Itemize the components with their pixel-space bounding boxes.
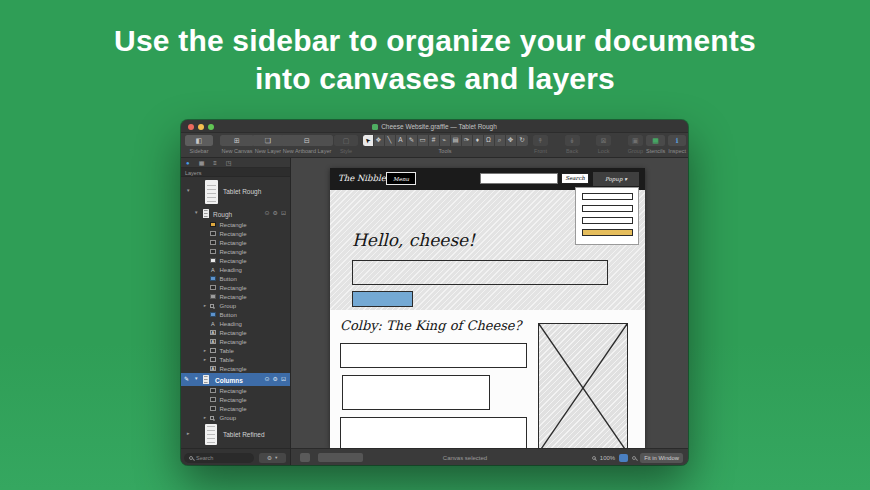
canvas-disclosure-icon[interactable]: ▼ [186, 189, 190, 194]
zoom-tool[interactable]: ⌕ [495, 135, 506, 146]
layer-item-rectangle[interactable]: Rectangle [181, 337, 290, 346]
canvas-item-tablet-refined[interactable]: Tablet Refined [223, 431, 265, 438]
layer-disclosure-icon[interactable]: ▼ [194, 211, 198, 216]
toolbar-new-artboard-layer-button[interactable]: ⊟ New Artboard Layer [281, 135, 333, 154]
layer-item-rectangle[interactable]: Rectangle [181, 229, 290, 238]
shape-tool[interactable]: ❖ [374, 135, 385, 146]
layer-item-rectangle[interactable]: Rectangle [181, 328, 290, 337]
popup-row[interactable] [582, 193, 633, 200]
wireframe-page[interactable]: The Nibbler Menu Search Popup ▾ Hello, c… [330, 168, 645, 448]
layer-item-rectangle[interactable]: Rectangle [181, 220, 290, 229]
wireframe-rectangle[interactable] [340, 417, 527, 448]
wireframe-rectangle[interactable] [342, 375, 490, 410]
artboard-tool[interactable]: ▭ [418, 135, 429, 146]
layer-item-rectangle[interactable]: Rectangle [181, 386, 290, 395]
wireframe-rectangle[interactable] [340, 343, 527, 368]
layer-item-button[interactable]: Button [181, 274, 290, 283]
layer-item-rectangle[interactable]: Rectangle [181, 256, 290, 265]
layer-item-button[interactable]: Button [181, 310, 290, 319]
popup-panel[interactable] [575, 187, 639, 245]
zoom-level[interactable]: 100% [600, 455, 615, 461]
toolbar-lock-button[interactable]: ⊠Lock [596, 135, 611, 154]
diagram-tool[interactable]: ▤ [451, 135, 462, 146]
swatch-gray-icon [210, 294, 216, 300]
wireframe-search-button[interactable]: Search [561, 173, 589, 184]
layer-row-columns[interactable]: ✎ ▼ Columns ⊙ ⚙ ⊡ [181, 373, 290, 386]
sidebar-tab-layers[interactable]: ▦ [199, 160, 205, 166]
wireframe-popup-button[interactable]: Popup ▾ [593, 172, 639, 186]
image-placeholder[interactable] [538, 323, 628, 448]
layer-item-group[interactable]: ►Group [181, 413, 290, 422]
toolbar-inspect-button[interactable]: ℹInspect [668, 135, 686, 154]
zoom-out-icon[interactable] [592, 456, 596, 460]
connection-tool[interactable]: ⌁ [440, 135, 451, 146]
canvas-item-tablet-rough[interactable]: Tablet Rough [223, 188, 261, 195]
visibility-icon[interactable]: ⊙ [265, 210, 270, 216]
fit-in-window-button[interactable]: Fit in Window [640, 453, 683, 463]
line-tool[interactable]: ╲ [385, 135, 396, 146]
layer-item-rectangle[interactable]: Rectangle [181, 292, 290, 301]
artboard-icon[interactable]: ⊡ [281, 376, 286, 382]
layer-item-rectangle[interactable]: Rectangle [181, 247, 290, 256]
layer-item-table[interactable]: ►Table [181, 346, 290, 355]
layer-item-heading[interactable]: Heading [181, 265, 290, 274]
wireframe-section-heading[interactable]: Colby: The King of Cheese? [340, 318, 522, 333]
artboard-icon[interactable]: ⊡ [281, 210, 286, 216]
layer-row-rough[interactable]: ▼ Rough ⊙ ⚙ ⊡ [181, 207, 290, 220]
visibility-icon[interactable]: ⊙ [265, 376, 270, 382]
sidebar-search-input[interactable]: Search [184, 453, 254, 463]
canvas-thumbnail[interactable] [205, 424, 217, 445]
toolbar-sidebar-button[interactable]: ◧ Sidebar [185, 135, 213, 154]
magnet-tool[interactable]: Ω [484, 135, 495, 146]
text-tool[interactable]: A [396, 135, 407, 146]
toolbar-front-button[interactable]: ↟Front [533, 135, 548, 154]
zoom-preset-button[interactable] [619, 454, 628, 462]
settings-icon[interactable]: ⚙ [273, 210, 278, 216]
zoom-in-icon[interactable] [632, 456, 636, 460]
status-page-control[interactable] [318, 453, 363, 462]
toolbar-new-layer-button[interactable]: ❏ New Layer [252, 135, 284, 154]
popup-row[interactable] [582, 205, 633, 212]
layer-item-table[interactable]: ►Table [181, 355, 290, 364]
canvas-thumbnail[interactable] [205, 180, 218, 204]
wireframe-blue-button[interactable] [352, 291, 413, 307]
layer-item-rectangle[interactable]: Rectangle [181, 395, 290, 404]
sidebar-tab-list[interactable]: ≡ [213, 160, 217, 166]
sidebar-tab-contents[interactable]: ◳ [226, 160, 232, 166]
toolbar-group-button[interactable]: ▣Group [628, 135, 643, 154]
disclosure-icon[interactable]: ► [203, 358, 210, 362]
selection-tool[interactable]: ➤ [363, 135, 374, 146]
wireframe-hero-heading[interactable]: Hello, cheese! [352, 230, 475, 250]
toolbar-new-canvas-button[interactable]: ⊞ New Canvas [220, 135, 254, 154]
status-canvas-icon[interactable] [300, 453, 310, 462]
pen-tool[interactable]: ✎ [407, 135, 418, 146]
style-brush-tool[interactable]: ✑ [462, 135, 473, 146]
disclosure-icon[interactable]: ► [203, 349, 210, 353]
toolbar-back-button[interactable]: ↡Back [565, 135, 580, 154]
layer-disclosure-icon[interactable]: ▼ [194, 377, 198, 382]
hand-tool[interactable]: ✥ [506, 135, 517, 146]
layer-item-rectangle[interactable]: Rectangle [181, 238, 290, 247]
popup-row[interactable] [582, 217, 633, 224]
toolbar-stencils-button[interactable]: ▦Stencils [646, 135, 665, 154]
disclosure-icon[interactable]: ► [203, 304, 210, 308]
wireframe-menu-button[interactable]: Menu [386, 172, 416, 185]
wireframe-search-input[interactable] [480, 173, 558, 184]
layer-item-rectangle[interactable]: Rectangle [181, 404, 290, 413]
sidebar-tab-canvases[interactable]: ● [186, 160, 190, 166]
sidebar-action-menu-button[interactable]: ⚙ ▼ [259, 453, 286, 463]
wireframe-rectangle[interactable] [352, 260, 608, 285]
disclosure-icon[interactable]: ► [203, 416, 210, 420]
layer-item-rectangle[interactable]: Rectangle [181, 283, 290, 292]
wireframe-brand[interactable]: The Nibbler [338, 173, 390, 183]
toolbar-style-button[interactable]: ▢ Style [334, 135, 358, 154]
pattern-tool[interactable]: # [429, 135, 440, 146]
settings-icon[interactable]: ⚙ [273, 376, 278, 382]
layer-item-group[interactable]: ►Group [181, 301, 290, 310]
popup-row-highlighted[interactable] [582, 229, 633, 236]
layer-item-rectangle[interactable]: Rectangle [181, 364, 290, 373]
canvas-disclosure-icon[interactable]: ► [186, 432, 190, 437]
rubber-stamp-tool[interactable]: ♦ [473, 135, 484, 146]
layer-item-heading[interactable]: Heading [181, 319, 290, 328]
browse-tool[interactable]: ↻ [517, 135, 528, 146]
